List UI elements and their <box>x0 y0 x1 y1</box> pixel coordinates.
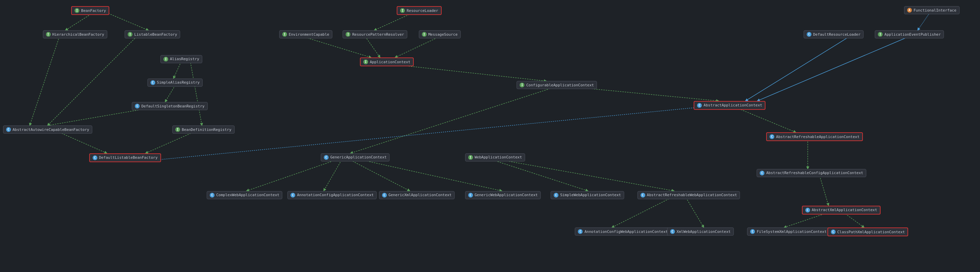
node-messagesource[interactable]: IMessageSource <box>419 30 461 38</box>
node-icon-hierarchicalbeanfactory: I <box>46 32 51 37</box>
svg-line-33 <box>161 108 694 160</box>
node-label-resourceloader: ResourceLoader <box>407 8 438 13</box>
node-label-simplewebapplicationcontext: SimpleWebApplicationContext <box>560 193 621 197</box>
node-label-defaultlistablebeanfactory: DefaultListableBeanFactory <box>99 155 158 160</box>
svg-line-24 <box>350 160 410 191</box>
node-label-classpathxmlapplicationcontext: ClassPathXmlApplicationContext <box>837 230 905 234</box>
node-icon-filesystemxmlapplicationcontext: C <box>750 229 755 234</box>
node-icon-annotationconfigapplicationcontext: C <box>290 193 295 198</box>
node-genericxmlapplicationcontext[interactable]: CGenericXmlApplicationContext <box>379 191 455 199</box>
node-label-complexwebapplicationcontext: ComplexWebApplicationContext <box>216 193 279 197</box>
node-icon-defaultsingletonbeanregistry: C <box>135 104 140 109</box>
node-icon-beanfactory: I <box>75 8 80 13</box>
node-abstractautowirecapablebeanfactory[interactable]: CAbstractAutowireCapableBeanFactory <box>3 125 92 134</box>
node-resourcepatternresolver[interactable]: IResourcePatternResolver <box>342 30 407 38</box>
node-genericwebapplicationcontext[interactable]: CGenericWebApplicationContext <box>465 191 541 199</box>
node-label-resourcepatternresolver: ResourcePatternResolver <box>352 32 404 37</box>
node-label-xmlwebapplicationcontext: XmlWebApplicationContext <box>676 229 731 234</box>
svg-line-21 <box>843 212 864 228</box>
node-icon-functionalinterface: A <box>907 8 912 13</box>
node-label-abstractautowirecapablebeanfactory: AbstractAutowireCapableBeanFactory <box>13 128 89 132</box>
node-label-functionalinterface: FunctionalInterface <box>913 8 956 13</box>
svg-line-19 <box>819 176 829 206</box>
node-icon-abstractautowirecapablebeanfactory: C <box>6 127 11 132</box>
svg-line-2 <box>173 62 181 79</box>
node-label-filesystemxmlapplicationcontext: FileSystemXmlApplicationContext <box>757 229 826 234</box>
svg-line-13 <box>395 37 440 58</box>
node-annotationconfigapplicationcontext[interactable]: CAnnotationConfigApplicationContext <box>287 191 377 199</box>
node-icon-configurableapplicationcontext: I <box>520 82 524 87</box>
node-icon-resourceloader: I <box>400 8 405 13</box>
node-environmentcapable[interactable]: IEnvironmentCapable <box>279 30 332 38</box>
node-icon-defaultlistablebeanfactory: C <box>92 155 97 160</box>
svg-line-27 <box>502 160 674 191</box>
node-label-abstractrefreshablewebapplicationcontext: AbstractRefreshableWebApplicationContext <box>647 193 737 197</box>
node-abstractrefreshableapplicationcontext[interactable]: CAbstractRefreshableApplicationContext <box>766 132 863 141</box>
node-label-abstractxmlapplicationcontext: AbstractXmlApplicationContext <box>812 208 877 212</box>
node-listablebeanfactory[interactable]: IListableBeanFactory <box>125 30 180 38</box>
node-beandefinitionregistry[interactable]: IBeanDefinitionRegistry <box>172 125 235 134</box>
svg-line-3 <box>165 85 175 102</box>
svg-line-1 <box>104 11 148 30</box>
svg-line-22 <box>247 160 336 191</box>
node-icon-abstractrefreshableconfigapplicationcontext: C <box>760 171 764 176</box>
svg-line-8 <box>145 132 193 153</box>
svg-line-15 <box>582 88 719 101</box>
node-label-simplealiasregistry: SimpleAliasRegistry <box>157 80 200 85</box>
node-icon-abstractapplicationcontext: C <box>697 103 702 108</box>
node-icon-aliasregistry: I <box>164 57 168 62</box>
node-icon-genericapplicationcontext: C <box>324 155 329 160</box>
node-applicationcontext[interactable]: IApplicationContext <box>360 57 414 66</box>
node-label-genericapplicationcontext: GenericApplicationContext <box>330 155 387 160</box>
node-complexwebapplicationcontext[interactable]: CComplexWebApplicationContext <box>207 191 282 199</box>
node-filesystemxmlapplicationcontext[interactable]: CFileSystemXmlApplicationContext <box>747 228 829 236</box>
node-applicationeventpublisher[interactable]: IApplicationEventPublisher <box>875 30 944 38</box>
svg-line-12 <box>365 37 380 58</box>
node-icon-abstractrefreshablewebapplicationcontext: C <box>641 193 645 198</box>
node-icon-webapplicationcontext: I <box>468 155 473 160</box>
node-webapplicationcontext[interactable]: IWebApplicationContext <box>465 153 525 161</box>
node-aliasregistry[interactable]: IAliasRegistry <box>161 55 202 63</box>
node-beanfactory[interactable]: IBeanFactory <box>71 6 109 15</box>
node-label-abstractapplicationcontext: AbstractApplicationContext <box>703 103 762 108</box>
svg-line-4 <box>48 109 146 125</box>
node-simplewebapplicationcontext[interactable]: CSimpleWebApplicationContext <box>550 191 624 199</box>
node-label-environmentcapable: EnvironmentCapable <box>289 32 329 37</box>
node-defaultresourceloader[interactable]: CDefaultResourceLoader <box>803 30 864 38</box>
diagram-container: IBeanFactoryIHierarchicalBeanFactoryILis… <box>0 0 980 272</box>
node-label-abstractrefreshableconfigapplicationcontext: AbstractRefreshableConfigApplicationCont… <box>766 171 863 175</box>
svg-line-30 <box>745 37 849 101</box>
node-xmlwebapplicationcontext[interactable]: CXmlWebApplicationContext <box>667 228 734 236</box>
node-abstractrefreshableconfigapplicationcontext[interactable]: CAbstractRefreshableConfigApplicationCon… <box>757 169 866 177</box>
node-genericapplicationcontext[interactable]: CGenericApplicationContext <box>321 153 390 161</box>
node-label-beandefinitionregistry: BeanDefinitionRegistry <box>182 128 232 132</box>
node-abstractapplicationcontext[interactable]: CAbstractApplicationContext <box>694 101 765 110</box>
svg-line-26 <box>493 160 588 191</box>
node-icon-annotationconfigwebapplicationcontext: C <box>578 229 582 234</box>
node-label-annotationconfigapplicationcontext: AnnotationConfigApplicationContext <box>297 193 374 197</box>
node-icon-messagesource: I <box>422 32 427 37</box>
node-defaultlistablebeanfactory[interactable]: CDefaultListableBeanFactory <box>89 153 161 162</box>
node-label-messagesource: MessageSource <box>428 32 458 37</box>
node-icon-abstractxmlapplicationcontext: C <box>805 208 810 212</box>
node-icon-applicationeventpublisher: I <box>878 32 883 37</box>
node-icon-simplealiasregistry: C <box>151 80 155 85</box>
node-annotationconfigwebapplicationcontext[interactable]: CAnnotationConfigWebApplicationContext <box>575 228 671 236</box>
svg-line-31 <box>757 37 909 101</box>
node-simplealiasregistry[interactable]: CSimpleAliasRegistry <box>148 79 203 87</box>
svg-line-5 <box>30 37 59 126</box>
node-resourceloader[interactable]: IResourceLoader <box>397 6 442 15</box>
node-label-annotationconfigwebapplicationcontext: AnnotationConfigWebApplicationContext <box>584 229 668 234</box>
node-icon-simplewebapplicationcontext: C <box>554 193 558 198</box>
node-defaultsingletonbeanregistry[interactable]: CDefaultSingletonBeanRegistry <box>132 102 207 110</box>
node-classpathxmlapplicationcontext[interactable]: CClassPathXmlApplicationContext <box>827 228 908 236</box>
node-abstractxmlapplicationcontext[interactable]: CAbstractXmlApplicationContext <box>802 206 881 215</box>
svg-line-32 <box>918 13 930 30</box>
node-hierarchicalbeanfactory[interactable]: IHierarchicalBeanFactory <box>43 30 107 38</box>
node-configurableapplicationcontext[interactable]: IConfigurableApplicationContext <box>517 81 597 89</box>
node-functionalinterface[interactable]: AFunctionalInterface <box>904 6 959 14</box>
node-label-aliasregistry: AliasRegistry <box>170 57 199 61</box>
node-label-webapplicationcontext: WebApplicationContext <box>475 155 522 160</box>
svg-line-23 <box>324 160 342 191</box>
node-abstractrefreshablewebapplicationcontext[interactable]: CAbstractRefreshableWebApplicationContex… <box>638 191 740 199</box>
